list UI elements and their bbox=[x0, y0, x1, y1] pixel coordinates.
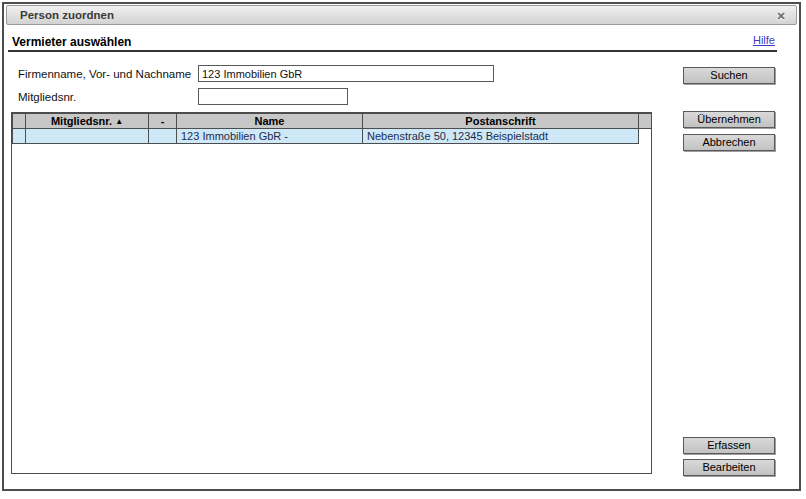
row-postanschrift-cell[interactable]: Nebenstraße 50, 12345 Beispielstadt bbox=[363, 129, 639, 144]
row-mitgliedsnr-cell[interactable] bbox=[26, 129, 149, 144]
firmenname-label: Firmenname, Vor- und Nachname bbox=[18, 68, 191, 80]
person-zuordnen-dialog: Person zuordnen ✕ Vermieter auswählen Hi… bbox=[2, 2, 801, 491]
column-header-selector bbox=[13, 114, 26, 129]
firmenname-input[interactable] bbox=[198, 65, 494, 82]
search-button[interactable]: Suchen bbox=[683, 67, 775, 84]
row-name-cell[interactable]: 123 Immobilien GbR - bbox=[177, 129, 363, 144]
column-header-dash[interactable]: - bbox=[149, 114, 177, 129]
table-row[interactable]: 123 Immobilien GbR - Nebenstraße 50, 123… bbox=[13, 129, 652, 144]
create-button[interactable]: Erfassen bbox=[683, 437, 775, 454]
mitgliedsnr-input[interactable] bbox=[198, 88, 348, 105]
row-dash-cell[interactable] bbox=[149, 129, 177, 144]
sort-ascending-icon: ▲ bbox=[115, 117, 123, 126]
column-header-gutter bbox=[639, 114, 652, 129]
column-header-name[interactable]: Name bbox=[177, 114, 363, 129]
column-header-mitgliedsnr[interactable]: Mitgliedsnr. ▲ bbox=[26, 114, 149, 129]
help-link[interactable]: Hilfe bbox=[753, 34, 775, 46]
column-header-postanschrift[interactable]: Postanschrift bbox=[363, 114, 639, 129]
grid-header-row: Mitgliedsnr. ▲ - Name Postanschrift bbox=[13, 114, 652, 129]
row-gutter-cell bbox=[639, 129, 652, 144]
row-selector-cell[interactable] bbox=[13, 129, 26, 144]
close-icon[interactable]: ✕ bbox=[773, 8, 789, 24]
dialog-title: Person zuordnen bbox=[7, 9, 114, 21]
cancel-button[interactable]: Abbrechen bbox=[683, 134, 775, 151]
page-title: Vermieter auswählen bbox=[12, 35, 131, 49]
results-grid: Mitgliedsnr. ▲ - Name Postanschrift 123 … bbox=[11, 112, 652, 474]
section-header: Vermieter auswählen Hilfe bbox=[8, 33, 777, 52]
edit-button[interactable]: Bearbeiten bbox=[683, 459, 775, 476]
apply-button[interactable]: Übernehmen bbox=[683, 111, 775, 128]
dialog-titlebar[interactable]: Person zuordnen ✕ bbox=[6, 5, 797, 25]
mitgliedsnr-label: Mitgliedsnr. bbox=[18, 91, 76, 103]
